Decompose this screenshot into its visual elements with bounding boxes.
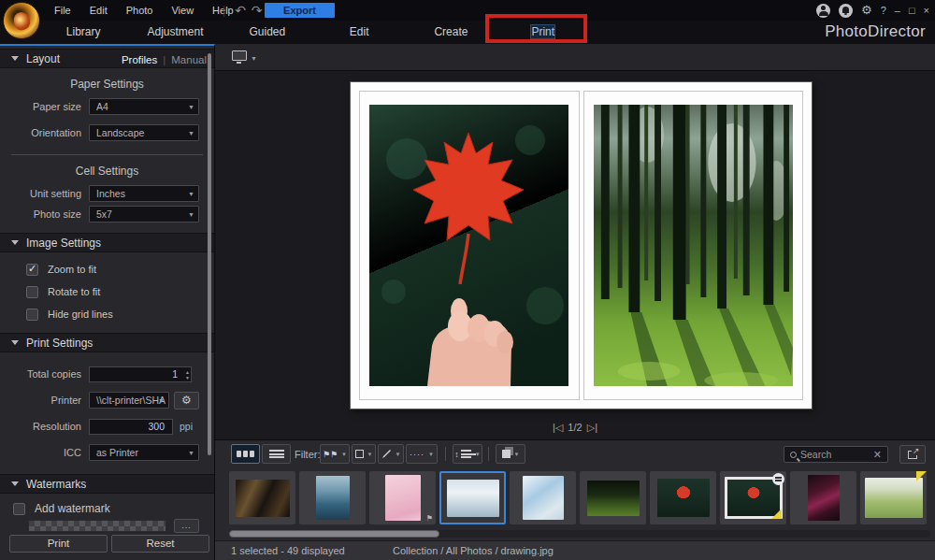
- sort-button[interactable]: ↕ ▼: [453, 444, 482, 464]
- maximize-button[interactable]: □: [909, 5, 915, 16]
- minimize-button[interactable]: –: [895, 5, 900, 16]
- notifications-icon[interactable]: [839, 4, 853, 18]
- settings-gear-icon[interactable]: ⚙: [861, 3, 872, 18]
- clear-search-icon[interactable]: ✕: [873, 449, 882, 461]
- crop-filter-button[interactable]: ▼: [352, 444, 376, 464]
- edited-filter-button[interactable]: ▼: [378, 444, 404, 464]
- first-page-button[interactable]: |◁: [553, 422, 563, 433]
- last-page-button[interactable]: ▷|: [587, 422, 597, 433]
- unit-setting-label: Unit setting: [30, 188, 81, 199]
- stack-photos-button[interactable]: ▼: [496, 444, 525, 464]
- layout-section-header[interactable]: Layout Profiles | Manual: [0, 49, 214, 68]
- stack-badge-icon: [772, 473, 784, 485]
- total-copies-input[interactable]: 1: [89, 366, 192, 382]
- thumbnail-family-selected[interactable]: [439, 471, 506, 524]
- resolution-input[interactable]: 300: [89, 419, 173, 435]
- thumbnail-family-blue[interactable]: [510, 471, 576, 524]
- stack-icon: [502, 450, 511, 458]
- menu-bar: File Edit Photo View Help: [45, 0, 243, 21]
- print-cell-left[interactable]: [359, 91, 580, 400]
- close-button[interactable]: ×: [924, 5, 929, 16]
- filmstrip-scrollbar-track[interactable]: [229, 530, 930, 538]
- image-settings-title: Image Settings: [26, 237, 101, 250]
- orientation-label: Orientation: [31, 127, 81, 138]
- open-in-new-window-button[interactable]: [899, 445, 926, 464]
- unit-setting-dropdown[interactable]: Inches: [89, 185, 199, 202]
- search-box[interactable]: ✕: [784, 446, 888, 463]
- divider: [11, 154, 203, 155]
- profiles-tab[interactable]: Profiles: [122, 54, 157, 65]
- rotate-to-fit-checkbox[interactable]: [26, 286, 38, 298]
- watermark-browse-button[interactable]: ...: [174, 519, 199, 533]
- photo-size-dropdown[interactable]: 5x7: [89, 206, 199, 223]
- list-view-icon: [269, 450, 284, 458]
- zoom-to-fit-label: Zoom to fit: [48, 264, 96, 275]
- add-watermark-label: Add watermark: [35, 502, 110, 515]
- thumbnail-red-leaf[interactable]: [650, 471, 716, 524]
- tab-adjustment[interactable]: Adjustment: [129, 21, 221, 44]
- collapse-triangle-icon: [11, 340, 19, 345]
- menu-edit[interactable]: Edit: [80, 0, 117, 21]
- print-preview-area: |◁ 1/2 ▷|: [215, 71, 935, 439]
- cell-settings-title: Cell Settings: [0, 165, 214, 178]
- tab-create[interactable]: Create: [405, 21, 496, 44]
- paper-size-label: Paper size: [33, 101, 81, 112]
- manual-tab[interactable]: Manual: [171, 54, 207, 65]
- menu-file[interactable]: File: [45, 0, 80, 21]
- help-icon[interactable]: ?: [881, 5, 886, 16]
- watermarks-header[interactable]: Watermarks: [0, 474, 214, 494]
- hide-grid-lines-checkbox[interactable]: [26, 309, 38, 321]
- copies-spinner[interactable]: ▲▼: [183, 367, 192, 381]
- icc-dropdown[interactable]: as Printer: [89, 444, 199, 461]
- color-label-filter-button[interactable]: ····▼: [406, 444, 438, 464]
- print-preview-photo-leaf[interactable]: [369, 105, 568, 386]
- breadcrumb: Collection / All Photos / drawing.jpg: [393, 545, 554, 556]
- thumbnail-neon[interactable]: [790, 471, 856, 524]
- print-settings-sidebar: Layout Profiles | Manual Paper Settings …: [0, 44, 215, 560]
- watermark-preview-strip: [28, 520, 166, 532]
- account-icon[interactable]: [816, 4, 830, 18]
- thumbnail-pink-card[interactable]: ⚑: [369, 471, 436, 524]
- menu-photo[interactable]: Photo: [117, 0, 163, 21]
- thumbnail-concert[interactable]: [229, 471, 295, 524]
- thumbnail-ship[interactable]: [299, 471, 366, 524]
- hide-grid-lines-label: Hide grid lines: [48, 309, 113, 320]
- display-mode-icon[interactable]: [232, 50, 247, 61]
- tab-guided[interactable]: Guided: [222, 21, 313, 44]
- paper-size-dropdown[interactable]: A4: [89, 98, 199, 115]
- title-bar: File Edit Photo View Help | ↶ ↷ Export ⚙…: [0, 0, 935, 21]
- filmstrip-scrollbar-thumb[interactable]: [229, 530, 439, 538]
- menu-view[interactable]: View: [162, 0, 203, 21]
- print-page-preview: [351, 82, 812, 409]
- search-input[interactable]: [800, 449, 873, 460]
- tab-edit[interactable]: Edit: [313, 21, 405, 44]
- undo-icon[interactable]: ↶: [235, 1, 246, 20]
- tab-library[interactable]: Library: [37, 21, 129, 44]
- print-preview-photo-forest[interactable]: [594, 105, 793, 386]
- export-button[interactable]: Export: [265, 3, 335, 18]
- list-view-button[interactable]: [262, 444, 291, 464]
- search-icon: [790, 452, 797, 458]
- printer-settings-gear-icon[interactable]: ⚙: [174, 392, 199, 409]
- redo-icon[interactable]: ↷: [252, 1, 263, 20]
- zoom-to-fit-checkbox[interactable]: [26, 264, 38, 276]
- sidebar-scrollbar[interactable]: [208, 53, 211, 455]
- flag-filter-button[interactable]: ⚑⚑▼: [320, 444, 350, 464]
- thumbnail-view-button[interactable]: [231, 444, 260, 464]
- add-watermark-checkbox[interactable]: [13, 503, 25, 515]
- image-settings-header[interactable]: Image Settings: [0, 233, 214, 252]
- icc-label: ICC: [64, 447, 81, 458]
- print-button[interactable]: Print: [9, 535, 108, 553]
- print-cell-right[interactable]: [583, 91, 804, 400]
- reset-button[interactable]: Reset: [111, 535, 209, 553]
- toolbar-separator: [445, 447, 446, 461]
- printer-dropdown[interactable]: \\clt-printer\SHA: [89, 392, 169, 409]
- pen-icon: [381, 449, 392, 459]
- thumbnail-group-photo[interactable]: [860, 471, 927, 524]
- print-settings-header[interactable]: Print Settings: [0, 333, 214, 352]
- display-mode-dropdown-arrow[interactable]: ▼: [251, 55, 257, 62]
- thumbnail-red-leaf-edited[interactable]: [720, 471, 786, 524]
- thumbnail-forest[interactable]: [580, 471, 646, 524]
- printer-label: Printer: [51, 395, 81, 406]
- orientation-dropdown[interactable]: Landscape: [89, 124, 199, 141]
